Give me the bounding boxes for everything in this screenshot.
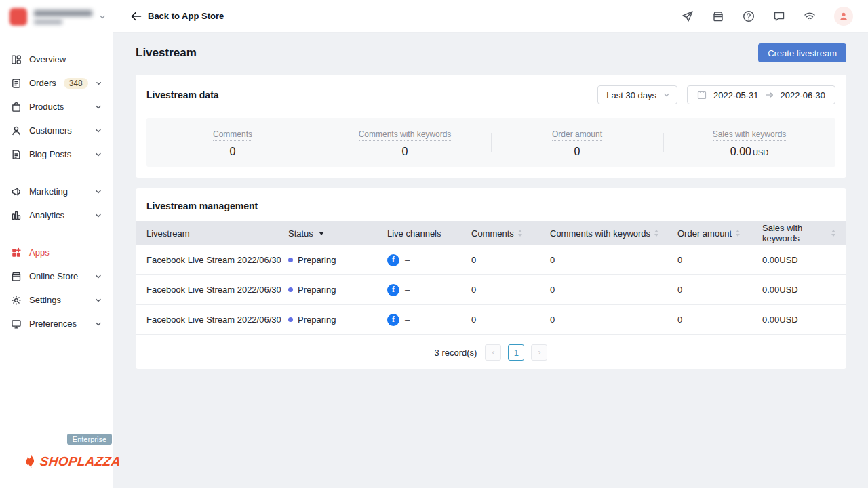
- store-name-redacted: [34, 10, 92, 24]
- cell-comments: 0: [471, 314, 550, 325]
- col-livestream: Livestream: [146, 228, 288, 239]
- data-filters: Last 30 days 2022-05-31 2022-06-30: [597, 85, 835, 104]
- sidebar-item-online-store[interactable]: Online Store: [0, 264, 113, 288]
- col-status[interactable]: Status: [288, 228, 387, 239]
- sidebar-item-preferences[interactable]: Preferences: [0, 312, 113, 336]
- store-switcher[interactable]: [0, 0, 113, 33]
- cell-comments-with-keywords: 0: [550, 285, 677, 295]
- stat-value: 0: [319, 146, 491, 158]
- table-row[interactable]: Facebook Live Stream 2022/06/30 Preparin…: [136, 275, 846, 305]
- current-page-button[interactable]: 1: [508, 344, 524, 361]
- cell-livestream-name: Facebook Live Stream 2022/06/30: [146, 255, 288, 265]
- cell-status: Preparing: [288, 314, 387, 325]
- col-comments-with-keywords[interactable]: Comments with keywords: [550, 228, 677, 239]
- date-to-value: 2022-06-30: [781, 90, 826, 100]
- stat-comments: Comments 0: [146, 127, 319, 158]
- topbar-icons: [682, 7, 853, 26]
- sidebar: Overview Orders 348 Products Customers B…: [0, 0, 113, 488]
- sidebar-item-apps[interactable]: Apps: [0, 241, 113, 264]
- stat-label: Comments: [213, 129, 252, 141]
- apps-icon: [11, 247, 22, 258]
- sidebar-item-blog-posts[interactable]: Blog Posts: [0, 142, 113, 166]
- cell-livestream-name: Facebook Live Stream 2022/06/30: [146, 314, 288, 325]
- blog-posts-icon: [11, 149, 22, 160]
- sidebar-item-label: Analytics: [29, 210, 87, 220]
- arrow-left-icon: [131, 12, 142, 21]
- sidebar-menu: Overview Orders 348 Products Customers B…: [0, 47, 113, 336]
- status-dot: [288, 317, 293, 322]
- table-header-row: Livestream Status Live channels Comments…: [136, 221, 846, 245]
- sort-icon: [831, 230, 835, 237]
- wifi-icon[interactable]: [804, 10, 816, 22]
- products-icon: [11, 102, 22, 113]
- marketing-icon: [11, 186, 22, 197]
- cell-sales-with-keywords: 0.00USD: [762, 285, 835, 295]
- sidebar-item-marketing[interactable]: Marketing: [0, 180, 113, 203]
- chevron-down-icon: [663, 92, 670, 98]
- status-dot: [288, 258, 293, 262]
- col-comments[interactable]: Comments: [471, 228, 550, 239]
- cell-sales-with-keywords: 0.00USD: [762, 314, 835, 325]
- chevron-down-icon: [95, 297, 102, 304]
- cell-livestream-name: Facebook Live Stream 2022/06/30: [146, 285, 288, 295]
- shoplazza-logo-text: SHOPLAZZA: [39, 454, 121, 469]
- sidebar-item-customers[interactable]: Customers: [0, 119, 113, 142]
- page-header: Livestream Create livestream: [136, 42, 846, 64]
- orders-icon: [11, 78, 22, 89]
- cell-status: Preparing: [288, 255, 387, 265]
- sidebar-item-label: Products: [29, 102, 87, 112]
- stats-band: Comments 0 Comments with keywords 0 Orde…: [146, 118, 835, 167]
- facebook-icon: f: [387, 284, 399, 296]
- cell-order-amount: 0: [677, 255, 762, 265]
- stat-order-amount: Order amount 0: [491, 127, 663, 158]
- analytics-icon: [11, 210, 22, 221]
- sidebar-item-orders[interactable]: Orders 348: [0, 71, 113, 95]
- back-link-label: Back to App Store: [148, 11, 224, 21]
- customers-icon: [11, 125, 22, 136]
- livestream-data-title: Livestream data: [146, 89, 219, 100]
- sidebar-footer: Enterprise SHOPLAZZA: [0, 439, 113, 488]
- chevron-down-icon: [95, 127, 102, 134]
- next-page-button[interactable]: ›: [531, 344, 547, 361]
- stat-label: Comments with keywords: [359, 129, 452, 141]
- stat-label: Order amount: [552, 129, 602, 141]
- sidebar-item-overview[interactable]: Overview: [0, 47, 113, 71]
- pagination: 3 record(s) ‹ 1 ›: [136, 336, 846, 369]
- sidebar-item-products[interactable]: Products: [0, 95, 113, 119]
- main-content: Livestream Create livestream Livestream …: [113, 33, 868, 488]
- table-row[interactable]: Facebook Live Stream 2022/06/30 Preparin…: [136, 305, 846, 335]
- chat-icon[interactable]: [773, 10, 785, 22]
- chevron-down-icon: [99, 14, 106, 20]
- help-icon[interactable]: [743, 10, 755, 22]
- date-range-picker[interactable]: 2022-05-31 2022-06-30: [687, 85, 835, 104]
- date-range-select-value: Last 30 days: [606, 90, 656, 100]
- sort-icon: [736, 230, 740, 237]
- overview-icon: [11, 54, 22, 65]
- cell-comments: 0: [471, 285, 550, 295]
- date-range-select[interactable]: Last 30 days: [597, 85, 677, 104]
- col-order-amount[interactable]: Order amount: [677, 228, 762, 239]
- cell-order-amount: 0: [677, 285, 762, 295]
- preferences-icon: [11, 319, 22, 329]
- cell-comments: 0: [471, 255, 550, 265]
- calendar-icon: [697, 90, 707, 100]
- sidebar-item-settings[interactable]: Settings: [0, 288, 113, 312]
- send-icon[interactable]: [682, 10, 694, 22]
- create-livestream-button[interactable]: Create livestream: [758, 43, 846, 62]
- back-to-app-store-link[interactable]: Back to App Store: [131, 11, 224, 21]
- table-row[interactable]: Facebook Live Stream 2022/06/30 Preparin…: [136, 245, 846, 275]
- sidebar-item-analytics[interactable]: Analytics: [0, 203, 113, 227]
- chevron-down-icon: [95, 321, 102, 327]
- shop-icon[interactable]: [712, 10, 724, 22]
- user-avatar[interactable]: [834, 7, 853, 26]
- sidebar-item-label: Online Store: [29, 271, 87, 281]
- online-store-icon: [11, 271, 22, 282]
- page-title: Livestream: [136, 46, 197, 60]
- livestream-management-title: Livestream management: [136, 201, 846, 211]
- prev-page-button[interactable]: ‹: [485, 344, 501, 361]
- cell-status: Preparing: [288, 285, 387, 295]
- topbar: Back to App Store: [113, 0, 868, 33]
- store-avatar: [9, 8, 27, 26]
- col-sales-with-keywords[interactable]: Sales with keywords: [762, 223, 835, 243]
- sidebar-item-label: Blog Posts: [29, 149, 87, 159]
